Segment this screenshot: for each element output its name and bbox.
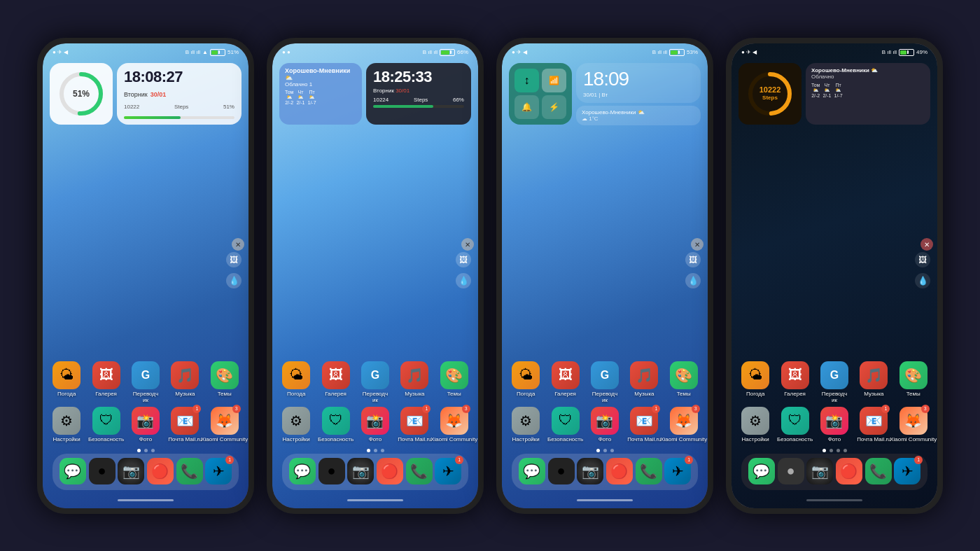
- dock-telegram-icon-2[interactable]: ✈1: [435, 458, 461, 484]
- app-photos-4[interactable]: 📸 Фото: [816, 407, 853, 443]
- dock-cam-3[interactable]: 📷: [575, 458, 605, 486]
- xiaomi-icon-1[interactable]: 🦊 3: [211, 407, 239, 435]
- image-icon-1[interactable]: 🖼: [226, 252, 241, 267]
- dock-browser-2[interactable]: 🔴: [375, 458, 405, 486]
- app-themes-3[interactable]: 🎨 Темы: [666, 361, 702, 404]
- music-icon-3[interactable]: 🎵: [630, 361, 658, 389]
- app-security-3[interactable]: 🛡 Безопасность: [547, 407, 584, 443]
- themes-icon-4[interactable]: 🎨: [899, 361, 927, 389]
- security-icon-2[interactable]: 🛡: [322, 407, 350, 435]
- app-themes-2[interactable]: 🎨 Темы: [436, 361, 472, 404]
- dock-browser-4[interactable]: 🔴: [834, 458, 864, 486]
- grid-icon-2[interactable]: 📶: [542, 69, 566, 92]
- mail-icon-4[interactable]: 📧1: [860, 407, 888, 435]
- app-settings-1[interactable]: ⚙ Настройки: [48, 407, 85, 443]
- dock-phone-2[interactable]: 📞: [405, 458, 434, 486]
- mail-icon-1[interactable]: 📧 1: [171, 407, 199, 435]
- app-themes-1[interactable]: 🎨 Темы: [206, 361, 243, 404]
- dock-phone-1[interactable]: 📞: [175, 458, 204, 486]
- image-icon-2[interactable]: 🖼: [456, 252, 471, 267]
- themes-icon-1[interactable]: 🎨: [211, 361, 239, 389]
- dock-phone-icon-1[interactable]: 📞: [176, 458, 203, 484]
- dock-cam-icon-2[interactable]: 📷: [347, 458, 374, 484]
- music-icon-4[interactable]: 🎵: [860, 361, 888, 389]
- water-icon-2[interactable]: 💧: [456, 273, 471, 288]
- app-music-4[interactable]: 🎵 Музыка: [855, 361, 892, 404]
- security-icon-1[interactable]: 🛡: [92, 407, 120, 435]
- translate-icon-2[interactable]: G: [361, 361, 389, 389]
- dock-bullet-icon-3[interactable]: ●: [548, 458, 575, 484]
- gallery-icon-3[interactable]: 🖼: [552, 361, 580, 389]
- dock-msg-icon-2[interactable]: 💬: [289, 458, 316, 484]
- mail-icon-3[interactable]: 📧1: [630, 407, 658, 435]
- app-xiaomi-2[interactable]: 🦊3 Xiaomi Community: [436, 407, 472, 443]
- image-icon-4[interactable]: 🖼: [915, 252, 930, 267]
- music-icon-2[interactable]: 🎵: [400, 361, 428, 389]
- water-icon-4[interactable]: 💧: [915, 273, 930, 288]
- steps-widget-4[interactable]: 10222 Steps: [738, 63, 802, 125]
- control-grid-widget-3[interactable]: ↕ 📶 🔔 ⚡: [509, 63, 572, 125]
- app-mail-1[interactable]: 📧 1 Почта Mail.ru: [167, 407, 203, 443]
- app-settings-2[interactable]: ⚙ Настройки: [278, 407, 314, 443]
- dock-msg-4[interactable]: 💬: [747, 458, 776, 486]
- app-settings-3[interactable]: ⚙ Настройки: [507, 407, 544, 443]
- dock-msg-2[interactable]: 💬: [288, 458, 317, 486]
- xiaomi-icon-3[interactable]: 🦊3: [670, 407, 698, 435]
- settings-icon-4[interactable]: ⚙: [741, 407, 769, 435]
- dock-cam-icon-4[interactable]: 📷: [806, 458, 833, 484]
- dock-telegram-icon-4[interactable]: ✈1: [894, 458, 920, 484]
- xiaomi-icon-4[interactable]: 🦊3: [899, 407, 927, 435]
- app-translate-3[interactable]: G Переводчик: [587, 361, 623, 404]
- security-icon-4[interactable]: 🛡: [781, 407, 809, 435]
- weather-icon-1[interactable]: 🌤: [52, 361, 80, 389]
- app-xiaomi-4[interactable]: 🦊3 Xiaomi Community: [895, 407, 932, 443]
- water-icon-1[interactable]: 💧: [226, 273, 241, 288]
- dock-browser-1[interactable]: 🔴: [146, 458, 175, 486]
- dock-msg-1[interactable]: 💬: [58, 458, 88, 486]
- dock-cam-4[interactable]: 📷: [805, 458, 834, 486]
- app-translate-2[interactable]: G Переводчик: [357, 361, 393, 404]
- app-weather-3[interactable]: 🌤 Погода: [507, 361, 544, 404]
- dock-browser-icon-1[interactable]: 🔴: [147, 458, 174, 484]
- weather-widget-3[interactable]: Хорошево-Мневники ⛅ ☁ 1°С: [576, 106, 701, 125]
- app-xiaomi-3[interactable]: 🦊3 Xiaomi Community: [666, 407, 702, 443]
- photos-icon-3[interactable]: 📸: [591, 407, 619, 435]
- weather-icon-3[interactable]: 🌤: [512, 361, 540, 389]
- app-xiaomi-1[interactable]: 🦊 3 Xiaomi Community: [206, 407, 243, 443]
- gallery-icon-2[interactable]: 🖼: [322, 361, 350, 389]
- app-photos-2[interactable]: 📸 Фото: [357, 407, 393, 443]
- dock-telegram-3[interactable]: ✈1: [663, 458, 692, 486]
- app-music-1[interactable]: 🎵 Музыка: [167, 361, 203, 404]
- gallery-icon-1[interactable]: 🖼: [92, 361, 120, 389]
- dock-msg-icon-1[interactable]: 💬: [59, 458, 86, 484]
- dock-cam-1[interactable]: 📷: [116, 458, 146, 486]
- weather-widget-4[interactable]: Хорошево-Мневники ⛅ Облачно Том⛅2/-2 Чт⛅…: [806, 63, 930, 125]
- dock-bullet-3[interactable]: ●: [547, 458, 576, 486]
- app-gallery-3[interactable]: 🖼 Галерея: [547, 361, 584, 404]
- photos-icon-2[interactable]: 📸: [361, 407, 389, 435]
- dock-phone-icon-4[interactable]: 📞: [865, 458, 892, 484]
- steps-circle-widget-1[interactable]: 51%: [50, 63, 113, 125]
- app-translate-4[interactable]: G Переводчик: [816, 361, 853, 404]
- dock-browser-icon-2[interactable]: 🔴: [377, 458, 403, 484]
- dock-browser-icon-4[interactable]: 🔴: [836, 458, 862, 484]
- themes-icon-2[interactable]: 🎨: [440, 361, 468, 389]
- dock-bullet-4[interactable]: ●: [776, 458, 806, 486]
- app-weather-2[interactable]: 🌤 Погода: [278, 361, 314, 404]
- dock-msg-icon-4[interactable]: 💬: [748, 458, 775, 484]
- photos-icon-1[interactable]: 📸: [132, 407, 160, 435]
- app-music-3[interactable]: 🎵 Музыка: [626, 361, 662, 404]
- settings-icon-3[interactable]: ⚙: [512, 407, 540, 435]
- app-security-1[interactable]: 🛡 Безопасность: [88, 407, 125, 443]
- translate-icon-3[interactable]: G: [591, 361, 619, 389]
- dock-telegram-1[interactable]: ✈ 1: [204, 458, 233, 486]
- app-mail-2[interactable]: 📧1 Почта Mail.ru: [396, 407, 433, 443]
- app-mail-3[interactable]: 📧1 Почта Mail.ru: [626, 407, 662, 443]
- dock-bullet-icon-4[interactable]: ●: [778, 458, 804, 484]
- xiaomi-icon-2[interactable]: 🦊3: [440, 407, 468, 435]
- app-themes-4[interactable]: 🎨 Темы: [895, 361, 932, 404]
- mail-icon-2[interactable]: 📧1: [400, 407, 428, 435]
- dock-bullet-icon-2[interactable]: ●: [318, 458, 345, 484]
- music-icon-1[interactable]: 🎵: [171, 361, 199, 389]
- dock-bullet-1[interactable]: ●: [88, 458, 117, 486]
